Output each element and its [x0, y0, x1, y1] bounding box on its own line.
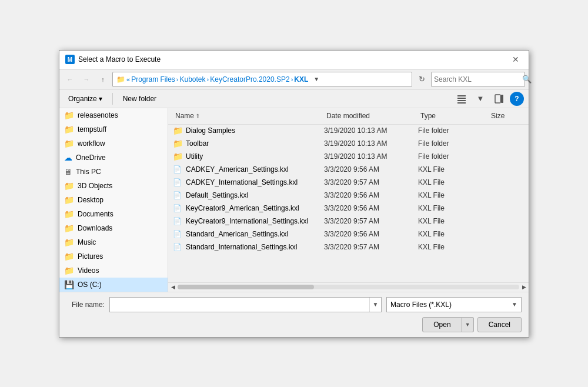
horizontal-scrollbar[interactable]: ◀ ▶	[168, 282, 529, 292]
file-type-cell: KXL File	[418, 204, 489, 212]
table-row[interactable]: 📄Standard_International_Settings.kxl3/3/…	[168, 241, 529, 254]
folder-icon: 📁	[173, 152, 183, 161]
sidebar-item-desktop[interactable]: 📁Desktop	[59, 193, 168, 207]
table-row[interactable]: 📄KeyCreator9_American_Settings.kxl3/3/20…	[168, 202, 529, 215]
sidebar-item-label: Downloads	[78, 224, 112, 232]
address-bar[interactable]: 📁 « Program Files › Kubotek › KeyCreator…	[112, 72, 412, 87]
sidebar-item-pictures[interactable]: 📁Pictures	[59, 249, 168, 263]
file-name-cell: CADKEY_International_Settings.kxl	[185, 178, 324, 186]
svg-rect-5	[501, 95, 503, 103]
crumb-current[interactable]: KXL	[294, 75, 308, 84]
action-row: Open ▼ Cancel	[66, 317, 522, 332]
close-button[interactable]: ✕	[509, 52, 523, 66]
view-dropdown-button[interactable]: ▼	[472, 92, 489, 106]
dialog-title: Select a Macro to Execute	[78, 55, 509, 64]
file-icon: 📄	[173, 165, 182, 174]
cancel-button[interactable]: Cancel	[477, 317, 522, 332]
search-input[interactable]	[434, 75, 522, 84]
refresh-button[interactable]: ↻	[415, 72, 429, 86]
sidebar-item-documents[interactable]: 📁Documents	[59, 207, 168, 221]
sidebar-item-downloads[interactable]: 📁Downloads	[59, 221, 168, 235]
sidebar-item-workflow[interactable]: 📁workflow	[59, 136, 168, 151]
file-type-cell: KXL File	[418, 243, 489, 251]
help-button[interactable]: ?	[510, 92, 524, 106]
dialog-window: M Select a Macro to Execute ✕ ← → ↑ 📁 « …	[59, 50, 529, 338]
new-folder-button[interactable]: New folder	[119, 92, 161, 105]
col-size-header[interactable]: Size	[489, 112, 524, 120]
file-date-cell: 3/19/2020 10:13 AM	[324, 139, 418, 148]
sidebar-item-label: OneDrive	[76, 154, 106, 162]
sidebar-item-tempstuff[interactable]: 📁tempstuff	[59, 122, 168, 136]
file-name-dropdown-button[interactable]: ▼	[369, 298, 381, 312]
folder-icon: 📁	[64, 125, 74, 134]
cloud-icon: ☁	[64, 153, 72, 162]
table-row[interactable]: 📄Standard_American_Settings.kxl3/3/2020 …	[168, 228, 529, 241]
crumb-keycreator[interactable]: KeyCreatorPro.2020.SP2	[210, 75, 289, 84]
sidebar-item-music[interactable]: 📁Music	[59, 235, 168, 249]
folder-icon: 📁	[64, 181, 74, 191]
table-row[interactable]: 📄KeyCreator9_International_Settings.kxl3…	[168, 215, 529, 228]
file-type-arrow-icon: ▼	[512, 301, 517, 308]
sidebar-item-onedrive[interactable]: ☁OneDrive	[59, 151, 168, 165]
crumb-program-files[interactable]: Program Files	[131, 75, 175, 84]
back-button[interactable]: ←	[63, 72, 77, 86]
file-name-cell: KeyCreator9_American_Settings.kxl	[185, 204, 324, 212]
table-row[interactable]: 📄Default_Settings.kxl3/3/2020 9:56 AMKXL…	[168, 189, 529, 202]
search-icon[interactable]: 🔍	[522, 75, 532, 84]
open-button-wrap: Open ▼	[422, 317, 473, 332]
preview-pane-button[interactable]	[491, 92, 507, 106]
open-button[interactable]: Open	[422, 317, 462, 332]
forward-button[interactable]: →	[79, 72, 93, 86]
file-name-input[interactable]	[110, 301, 369, 309]
title-bar: M Select a Macro to Execute ✕	[59, 51, 529, 69]
sidebar-item-3dobjects[interactable]: 📁3D Objects	[59, 179, 168, 193]
scroll-left-button[interactable]: ◀	[168, 282, 178, 292]
address-bar-row: ← → ↑ 📁 « Program Files › Kubotek › KeyC…	[59, 69, 529, 90]
file-date-cell: 3/3/2020 9:57 AM	[324, 217, 418, 225]
file-type-cell: KXL File	[418, 230, 489, 238]
file-name-input-wrap: ▼	[109, 297, 382, 312]
table-row[interactable]: 📁Dialog Samples3/19/2020 10:13 AMFile fo…	[168, 125, 529, 138]
sidebar-item-label: tempstuff	[78, 125, 106, 134]
file-name-cell: Toolbar	[185, 139, 324, 148]
file-icon: 📄	[173, 217, 182, 225]
file-date-cell: 3/3/2020 9:57 AM	[324, 178, 418, 186]
address-dropdown-button[interactable]: ▼	[310, 72, 322, 86]
col-date-header[interactable]: Date modified	[324, 112, 418, 120]
up-button[interactable]: ↑	[96, 72, 110, 86]
app-icon: M	[65, 55, 75, 64]
open-dropdown-button[interactable]: ▼	[462, 317, 474, 332]
file-name-label: File name:	[66, 301, 105, 309]
table-row[interactable]: 📁Utility3/19/2020 10:13 AMFile folder	[168, 151, 529, 164]
file-name-cell: Dialog Samples	[185, 126, 324, 135]
sidebar-item-releasenotes[interactable]: 📁releasenotes	[59, 108, 168, 122]
scroll-right-button[interactable]: ▶	[519, 282, 529, 292]
file-name-cell: Utility	[185, 152, 324, 161]
col-name-header[interactable]: Name ⇑	[173, 112, 324, 120]
file-icon: 📄	[173, 191, 182, 199]
sidebar-item-thispc[interactable]: 🖥This PC	[59, 165, 168, 179]
content-area: 📁releasenotes📁tempstuff📁workflow☁OneDriv…	[59, 108, 529, 292]
sidebar-item-osc[interactable]: 💾OS (C:)	[59, 278, 168, 292]
file-name-cell: Standard_International_Settings.kxl	[185, 243, 324, 251]
folder-icon: 📁	[64, 223, 74, 233]
table-row[interactable]: 📁Toolbar3/19/2020 10:13 AMFile folder	[168, 138, 529, 151]
scroll-thumb[interactable]	[178, 285, 314, 289]
scroll-track[interactable]	[178, 285, 519, 289]
col-type-header[interactable]: Type	[418, 112, 489, 120]
organize-button[interactable]: Organize ▾	[64, 92, 106, 105]
file-type-select[interactable]: Macro Files (*.KXL) ▼	[386, 297, 522, 312]
file-date-cell: 3/19/2020 10:13 AM	[324, 126, 418, 135]
folder-icon: 📁	[173, 139, 183, 148]
folder-icon: 📁	[64, 266, 74, 275]
crumb-kubotek[interactable]: Kubotek	[179, 75, 205, 84]
table-row[interactable]: 📄CADKEY_International_Settings.kxl3/3/20…	[168, 176, 529, 189]
sidebar-item-videos[interactable]: 📁Videos	[59, 263, 168, 278]
table-row[interactable]: 📄CADKEY_American_Settings.kxl3/3/2020 9:…	[168, 164, 529, 176]
folder-icon: 📁	[64, 111, 74, 120]
folder-icon: 📁	[64, 195, 74, 205]
view-details-button[interactable]	[453, 92, 470, 106]
toolbar-separator	[112, 93, 113, 105]
computer-icon: 🖥	[64, 167, 72, 176]
file-type-cell: KXL File	[418, 165, 489, 174]
